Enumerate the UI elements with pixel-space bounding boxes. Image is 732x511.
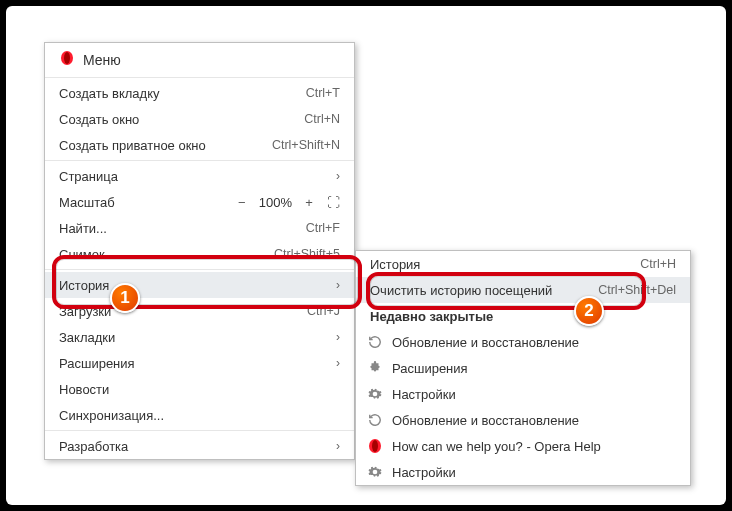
list-item[interactable]: Настройки	[356, 459, 690, 485]
menu-item-bookmarks[interactable]: Закладки ›	[45, 324, 354, 350]
chevron-right-icon: ›	[336, 169, 340, 183]
label: Расширения	[59, 356, 328, 371]
shortcut: Ctrl+H	[640, 257, 676, 271]
menu-item-zoom[interactable]: Масштаб − 100% + ⛶	[45, 189, 354, 215]
opera-icon	[366, 438, 384, 454]
label: История	[59, 278, 328, 293]
menu-item-history[interactable]: История ›	[45, 272, 354, 298]
label: Закладки	[59, 330, 328, 345]
list-item[interactable]: Расширения	[356, 355, 690, 381]
svg-point-3	[372, 440, 378, 452]
label: Страница	[59, 169, 328, 184]
submenu-section-recently-closed: Недавно закрытые	[356, 303, 690, 329]
chevron-right-icon: ›	[336, 330, 340, 344]
shortcut: Ctrl+F	[306, 221, 340, 235]
menu-item-new-window[interactable]: Создать окно Ctrl+N	[45, 106, 354, 132]
shortcut: Ctrl+Shift+5	[274, 247, 340, 261]
separator	[45, 269, 354, 270]
main-menu: Меню Создать вкладку Ctrl+T Создать окно…	[44, 42, 355, 460]
menu-item-new-tab[interactable]: Создать вкладку Ctrl+T	[45, 80, 354, 106]
label: Найти...	[59, 221, 296, 236]
list-item[interactable]: How can we help you? - Opera Help	[356, 433, 690, 459]
menu-item-snapshot[interactable]: Снимок Ctrl+Shift+5	[45, 241, 354, 267]
label: Очистить историю посещений	[370, 283, 588, 298]
label: Настройки	[392, 387, 676, 402]
label: Обновление и восстановление	[392, 413, 676, 428]
label: Создать окно	[59, 112, 294, 127]
label: Загрузки	[59, 304, 297, 319]
viewport: Меню Создать вкладку Ctrl+T Создать окно…	[6, 6, 726, 505]
menu-title: Меню	[83, 52, 121, 68]
zoom-in-button[interactable]: +	[302, 195, 316, 210]
shortcut: Ctrl+J	[307, 304, 340, 318]
menu-header: Меню	[45, 43, 354, 75]
svg-point-1	[64, 52, 70, 64]
menu-item-page[interactable]: Страница ›	[45, 163, 354, 189]
separator	[45, 430, 354, 431]
label: Настройки	[392, 465, 676, 480]
submenu-item-history[interactable]: История Ctrl+H	[356, 251, 690, 277]
list-item[interactable]: Настройки	[356, 381, 690, 407]
opera-icon	[59, 50, 75, 69]
zoom-out-button[interactable]: −	[235, 195, 249, 210]
label: Создать вкладку	[59, 86, 296, 101]
shortcut: Ctrl+Shift+Del	[598, 283, 676, 297]
label: Синхронизация...	[59, 408, 340, 423]
list-item[interactable]: Обновление и восстановление	[356, 407, 690, 433]
menu-item-sync[interactable]: Синхронизация...	[45, 402, 354, 428]
puzzle-icon	[366, 361, 384, 375]
label: Новости	[59, 382, 340, 397]
label: Снимок	[59, 247, 264, 262]
chevron-right-icon: ›	[336, 356, 340, 370]
gear-icon	[366, 465, 384, 479]
zoom-value: 100%	[259, 195, 292, 210]
gear-icon	[366, 387, 384, 401]
submenu-item-clear-history[interactable]: Очистить историю посещений Ctrl+Shift+De…	[356, 277, 690, 303]
separator	[45, 77, 354, 78]
label: Расширения	[392, 361, 676, 376]
label: How can we help you? - Opera Help	[392, 439, 676, 454]
menu-item-extensions[interactable]: Расширения ›	[45, 350, 354, 376]
refresh-icon	[366, 335, 384, 349]
refresh-icon	[366, 413, 384, 427]
label: Масштаб	[59, 195, 235, 210]
separator	[45, 160, 354, 161]
fullscreen-button[interactable]: ⛶	[326, 195, 340, 210]
label: Разработка	[59, 439, 328, 454]
zoom-controls: − 100% + ⛶	[235, 195, 340, 210]
label: Создать приватное окно	[59, 138, 262, 153]
list-item[interactable]: Обновление и восстановление	[356, 329, 690, 355]
chevron-right-icon: ›	[336, 278, 340, 292]
shortcut: Ctrl+T	[306, 86, 340, 100]
menu-item-developer[interactable]: Разработка ›	[45, 433, 354, 459]
label: История	[370, 257, 630, 272]
menu-item-find[interactable]: Найти... Ctrl+F	[45, 215, 354, 241]
menu-item-downloads[interactable]: Загрузки Ctrl+J	[45, 298, 354, 324]
shortcut: Ctrl+N	[304, 112, 340, 126]
menu-item-news[interactable]: Новости	[45, 376, 354, 402]
shortcut: Ctrl+Shift+N	[272, 138, 340, 152]
label: Недавно закрытые	[370, 309, 676, 324]
menu-item-new-private-window[interactable]: Создать приватное окно Ctrl+Shift+N	[45, 132, 354, 158]
label: Обновление и восстановление	[392, 335, 676, 350]
history-submenu: История Ctrl+H Очистить историю посещени…	[355, 250, 691, 486]
chevron-right-icon: ›	[336, 439, 340, 453]
